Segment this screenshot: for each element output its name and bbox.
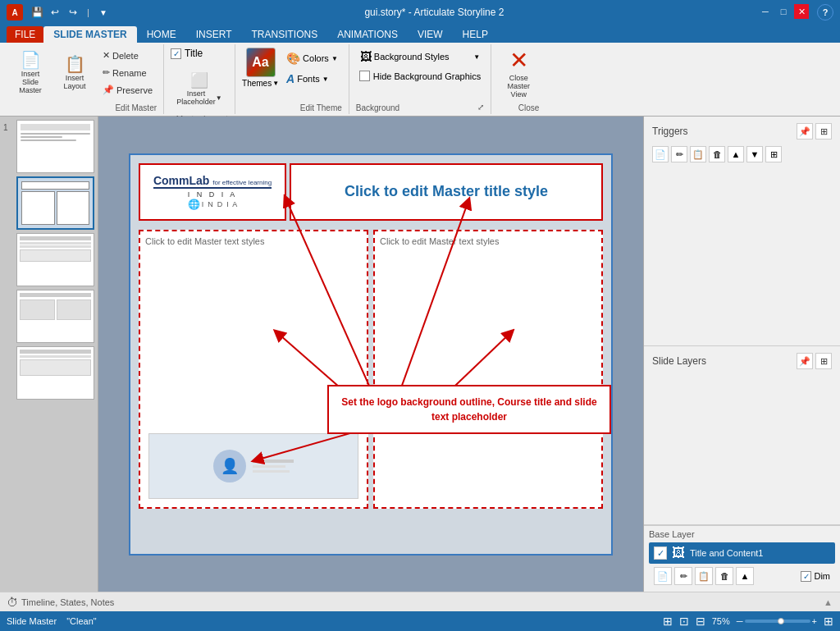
layer-visibility-checkbox[interactable]: ✓ (654, 546, 667, 560)
edit-master-small-btns: ✕ Delete ✏ Rename 📌 Preserve (98, 48, 157, 98)
slide-thumbnail-5[interactable] (16, 346, 94, 400)
theme-label: "Clean" (66, 616, 97, 626)
bg-styles-label: Background Styles (374, 52, 450, 62)
slide-layers-pin-icon[interactable]: 📌 (797, 353, 813, 369)
zoom-slider[interactable] (745, 620, 810, 623)
trigger-delete-btn[interactable]: 🗑 (709, 146, 725, 162)
dim-label: Dim (814, 571, 830, 581)
master-layout-group: ✓ Title ⬜ InsertPlaceholder ▼ Master Lay… (164, 44, 235, 114)
slide-inner: CommLab for effective learning I N D I A… (130, 155, 611, 554)
save-quick-btn[interactable]: 💾 (30, 5, 44, 20)
layer-up-btn[interactable]: ▲ (736, 567, 754, 585)
tab-view[interactable]: VIEW (408, 26, 453, 43)
dim-checkbox[interactable]: ✓ (801, 571, 811, 582)
zoom-level: 75% (712, 616, 730, 626)
edit-master-content: 📄 Insert SlideMaster 📋 InsertLayout ✕ De… (10, 46, 157, 102)
tab-file[interactable]: FILE (7, 26, 43, 43)
insert-slide-master-btn[interactable]: 📄 Insert SlideMaster (10, 48, 51, 97)
triggers-title: Triggers (652, 126, 688, 137)
minimize-btn[interactable]: ─ (758, 4, 773, 19)
trigger-up-btn[interactable]: ▲ (728, 146, 744, 162)
zoom-in-btn[interactable]: + (812, 616, 817, 626)
layer-add-btn[interactable]: 📄 (654, 567, 672, 585)
canvas-area: CommLab for effective learning I N D I A… (98, 117, 643, 592)
tab-home[interactable]: HOME (137, 26, 186, 43)
close-label: Close (518, 103, 540, 112)
slide-thumb-4 (3, 290, 94, 343)
base-layer-label: Base Layer (649, 529, 835, 539)
hide-bg-checkbox[interactable] (359, 71, 370, 81)
preserve-btn[interactable]: 📌 Preserve (98, 82, 157, 98)
delete-btn[interactable]: ✕ Delete (98, 48, 157, 63)
window-controls: ─ □ ✕ ? (758, 4, 833, 21)
slide-thumbnail-3[interactable] (16, 233, 94, 286)
base-layer-item[interactable]: ✓ 🖼 Title and Content1 (649, 542, 835, 564)
close-master-view-btn[interactable]: ✕ CloseMaster View (498, 48, 539, 97)
tab-help[interactable]: HELP (453, 26, 498, 43)
trigger-down-btn[interactable]: ▼ (746, 146, 763, 162)
background-expand-icon[interactable]: ⤢ (477, 103, 484, 112)
zoom-controls: ─ + (737, 616, 817, 626)
layer-edit-btn[interactable]: ✏ (674, 567, 692, 585)
view-fit-icon[interactable]: ⊟ (696, 615, 705, 628)
tab-transitions[interactable]: TRANSITIONS (241, 26, 327, 43)
content-row: Click to edit Master text styles 👤 (139, 230, 603, 509)
edit-theme-content: Aa Themes ▼ 🎨 Colors ▼ A Fonts ▼ (242, 46, 342, 102)
zoom-out-btn[interactable]: ─ (737, 616, 743, 626)
edit-theme-group: Aa Themes ▼ 🎨 Colors ▼ A Fonts ▼ Ed (235, 44, 349, 114)
tab-animations[interactable]: ANIMATIONS (327, 26, 408, 43)
triggers-pin-icon[interactable]: 📌 (797, 123, 813, 139)
colors-btn[interactable]: 🎨 Colors ▼ (282, 49, 342, 67)
close-group: ✕ CloseMaster View Close (491, 44, 546, 114)
ribbon-tabs: FILE SLIDE MASTER HOME INSERT TRANSITION… (0, 25, 840, 43)
slide-thumb-3 (3, 233, 94, 286)
view-grid-icon[interactable]: ⊞ (663, 615, 673, 628)
slide-canvas[interactable]: CommLab for effective learning I N D I A… (129, 153, 613, 556)
slide-layers-section: Slide Layers 📌 ⊞ (644, 346, 840, 525)
redo-quick-btn[interactable]: ↪ (66, 5, 80, 20)
trigger-add-btn[interactable]: 📄 (652, 146, 669, 162)
hide-bg-graphics-row[interactable]: Hide Background Graphics (356, 69, 484, 83)
undo-quick-btn[interactable]: ↩ (48, 5, 62, 20)
title-checkbox-row[interactable]: ✓ Title (171, 48, 228, 59)
trigger-copy-btn[interactable]: 📋 (690, 146, 706, 162)
insert-placeholder-btn[interactable]: ⬜ InsertPlaceholder ▼ (171, 64, 228, 113)
theme-sub-btns: 🎨 Colors ▼ A Fonts ▼ (282, 48, 342, 88)
content-box-right[interactable]: Click to edit Master text styles (373, 230, 603, 509)
view-normal-icon[interactable]: ⊡ (679, 615, 689, 628)
slide-layers-window-icon[interactable]: ⊞ (815, 353, 832, 369)
timeline-icon: ⏱ (7, 596, 18, 609)
dim-check[interactable]: ✓ Dim (801, 567, 830, 585)
triggers-header: Triggers 📌 ⊞ (647, 120, 837, 143)
content-box-left[interactable]: Click to edit Master text styles 👤 (139, 230, 368, 509)
tab-slide-master[interactable]: SLIDE MASTER (43, 26, 136, 43)
triggers-window-icon[interactable]: ⊞ (815, 123, 832, 139)
slide-thumbnail-4[interactable] (16, 290, 94, 343)
title-box[interactable]: Click to edit Master title style (290, 163, 603, 221)
background-styles-btn[interactable]: 🖼 Background Styles ▼ (356, 48, 484, 66)
zoom-slider-handle[interactable] (778, 618, 784, 624)
layer-copy-btn[interactable]: 📋 (695, 567, 713, 585)
themes-btn-wrapper[interactable]: Aa Themes ▼ (242, 48, 279, 88)
content-text-right: Click to edit Master text styles (380, 236, 596, 246)
edit-theme-label: Edit Theme (300, 103, 342, 112)
tab-insert[interactable]: INSERT (186, 26, 242, 43)
title-box-text: Click to edit Master title style (345, 183, 548, 200)
maximize-btn[interactable]: □ (776, 4, 791, 19)
slide-thumbnail-1[interactable] (16, 120, 94, 173)
help-icon[interactable]: ? (817, 4, 833, 21)
trigger-extra-btn[interactable]: ⊞ (765, 146, 782, 162)
fonts-btn[interactable]: A Fonts ▼ (282, 70, 342, 88)
fit-page-btn[interactable]: ⊞ (824, 615, 833, 628)
logo-box[interactable]: CommLab for effective learning I N D I A… (139, 163, 286, 221)
close-btn[interactable]: ✕ (794, 4, 809, 19)
slide-thumbnail-2[interactable] (16, 176, 94, 230)
insert-layout-btn[interactable]: 📋 InsertLayout (54, 48, 95, 97)
layer-delete-btn[interactable]: 🗑 (715, 567, 733, 585)
rename-btn[interactable]: ✏ Rename (98, 65, 157, 80)
trigger-edit-btn[interactable]: ✏ (671, 146, 687, 162)
more-commands-icon[interactable]: ▼ (96, 5, 111, 20)
layer-actions: 📄 ✏ 📋 🗑 ▲ ✓ Dim (649, 564, 835, 588)
title-checkbox[interactable]: ✓ (171, 48, 181, 59)
timeline-collapse-btn[interactable]: ▲ (824, 597, 833, 607)
